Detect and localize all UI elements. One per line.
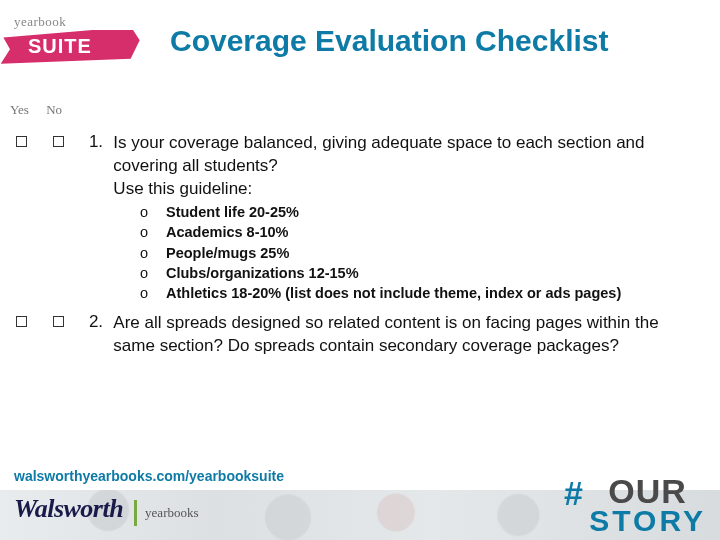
footer-url: walsworthyearbooks.com/yearbooksuite (14, 468, 284, 484)
tag-our: OUR (589, 476, 706, 507)
walsworth-logo: Walsworth yearbooks (14, 494, 199, 526)
bullet-item: Academics 8-10% (140, 222, 621, 242)
checkbox-yes-1[interactable] (16, 136, 27, 147)
brand-main: Walsworth (14, 494, 123, 523)
question-row-2: 2. Are all spreads designed so related c… (16, 312, 706, 358)
logo-suite: yearbook SUITE (0, 8, 150, 68)
bullet-item: Athletics 18-20% (list does not include … (140, 283, 621, 303)
question-text-2: Are all spreads designed so related cont… (113, 312, 688, 358)
logo-banner-text: SUITE (28, 35, 92, 58)
page-title: Coverage Evaluation Checklist (170, 24, 609, 58)
bullet-item: Clubs/organizations 12-15% (140, 263, 621, 283)
bullet-item: Student life 20-25% (140, 202, 621, 222)
col-no: No (46, 102, 62, 118)
ourstory-tag: # OUR STORY (564, 476, 706, 534)
slide: yearbook SUITE Coverage Evaluation Check… (0, 0, 720, 540)
bullet-item: People/mugs 25% (140, 243, 621, 263)
logo-yearbook-text: yearbook (14, 14, 66, 30)
checkbox-no-1[interactable] (53, 136, 64, 147)
guideline-bullets: Student life 20-25% Academics 8-10% Peop… (140, 202, 621, 303)
column-headers: Yes No (10, 102, 62, 118)
tag-story: STORY (589, 507, 706, 534)
brand-sub: yearbooks (145, 505, 198, 520)
question-number-2: 2. (89, 312, 109, 332)
checkbox-yes-2[interactable] (16, 316, 27, 327)
checkbox-no-2[interactable] (53, 316, 64, 327)
question-row-1: 1. Is your coverage balanced, giving ade… (16, 132, 706, 201)
question-text-1: Is your coverage balanced, giving adequa… (113, 132, 688, 201)
brand-divider (134, 500, 137, 526)
question-number-1: 1. (89, 132, 109, 152)
col-yes: Yes (10, 102, 29, 118)
hash-icon: # (564, 476, 583, 510)
